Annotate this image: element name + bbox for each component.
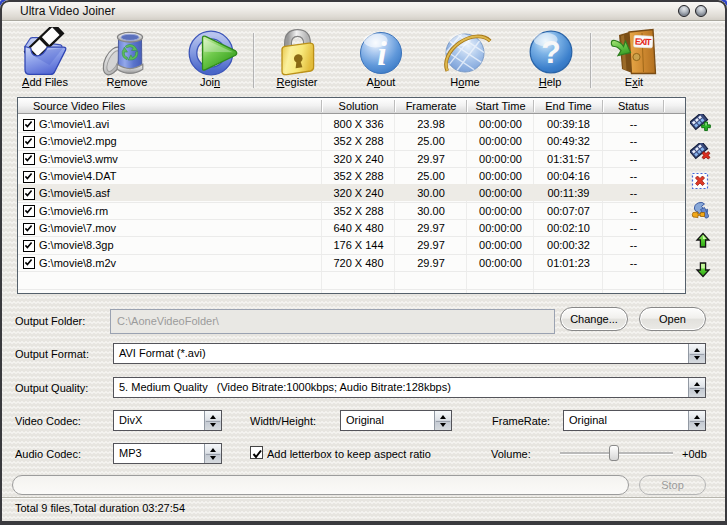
svg-text:?: ? <box>541 34 561 70</box>
svg-text:i: i <box>377 35 387 72</box>
svg-text:EXIT: EXIT <box>635 36 653 47</box>
